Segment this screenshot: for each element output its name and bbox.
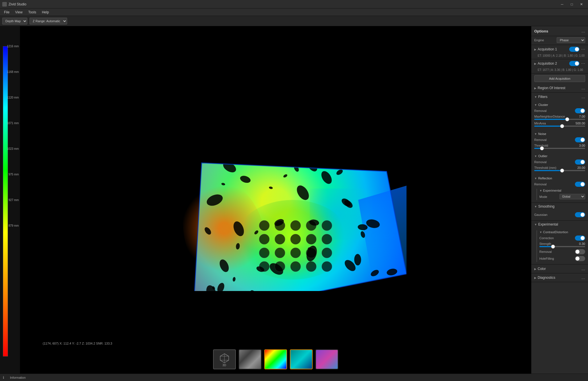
thumb-2-preview (265, 350, 286, 369)
strength-thumb[interactable] (551, 245, 555, 249)
outlier-threshold-label: Threshold (mm) (534, 166, 556, 169)
outlier-removal-toggle[interactable] (575, 159, 585, 165)
correction-row: Correction (539, 235, 585, 241)
diagnostics-more[interactable]: ... (581, 275, 585, 280)
contrast-distortion-sub: ▼ ContrastDistortion Correction (537, 230, 585, 262)
max-neighbor-track[interactable] (534, 119, 585, 120)
roi-chevron: ▶ (534, 87, 537, 90)
engine-select[interactable]: Phase Stripe Flash (557, 37, 585, 43)
minimize-button[interactable]: ─ (558, 1, 566, 7)
removal-toggle[interactable] (575, 249, 585, 254)
info-label: Information (10, 376, 26, 379)
outlier-removal-row: Removal (534, 159, 585, 165)
acq1-chevron: ▶ (534, 48, 537, 51)
color-header[interactable]: ▶ Color ... (531, 265, 588, 273)
noise-threshold-track[interactable] (534, 148, 585, 149)
exp-sub-chevron: ▼ (539, 189, 542, 192)
cluster-title: ▼ Cluster (534, 103, 548, 106)
options-more[interactable]: ... (581, 28, 585, 34)
outlier-threshold-track[interactable] (534, 170, 585, 171)
window-controls: ─ □ ✕ (558, 1, 586, 7)
hole-filling-label: HoleFilling (539, 257, 554, 260)
scale-label-4: 1023 mm (7, 147, 19, 150)
menu-view[interactable]: View (12, 10, 25, 15)
reflection-experimental-sub: ▼ Experimental Mode Global Local (537, 189, 585, 200)
color-title: ▶ Color (534, 267, 546, 271)
hole-filling-thumb (575, 257, 579, 261)
add-acquisition-button[interactable]: Add Acquisition (534, 75, 585, 82)
strength-label: Strength (539, 242, 551, 245)
viewport[interactable]: (1174, 607) X: 112.4 Y: -2.7 Z: 1034.2 S… (20, 26, 531, 374)
thumb-3d-button[interactable]: 3D (213, 349, 236, 369)
diagnostics-title: ▶ Diagnostics (534, 276, 555, 280)
experimental-section: ▼ Experimental ▼ ContrastDistortion Corr… (531, 221, 588, 265)
cluster-removal-track (575, 108, 585, 113)
menu-help[interactable]: Help (39, 10, 52, 15)
thumb-4-button[interactable] (315, 349, 338, 369)
smoothing-content: Gaussian (531, 210, 588, 220)
smoothing-header[interactable]: ▼ Smoothing (531, 203, 588, 210)
acq1-toggle-track (569, 47, 579, 52)
mode-label: Mode (539, 195, 547, 198)
reflection-removal-label: Removal (534, 183, 546, 186)
thumb-1-button[interactable] (239, 349, 261, 369)
roi-header[interactable]: ▶ Region Of Interest ... (531, 84, 588, 92)
acq2-more[interactable]: ⋯ (581, 61, 585, 66)
cluster-header[interactable]: ▼ Cluster (534, 102, 585, 107)
view-mode-select[interactable]: Depth Map Color 3D (2, 18, 27, 24)
hole-filling-toggle[interactable] (575, 256, 585, 261)
acq2-toggle[interactable] (569, 61, 579, 66)
filters-more[interactable]: ... (581, 94, 585, 99)
acq1-toggle[interactable] (569, 47, 579, 52)
diagnostics-header[interactable]: ▶ Diagnostics ... (531, 273, 588, 282)
diagnostics-chevron: ▶ (534, 276, 537, 279)
correction-toggle[interactable] (575, 235, 585, 241)
strength-track[interactable] (539, 246, 585, 247)
scale-label-1: 1168 mm (7, 70, 19, 73)
mode-select[interactable]: Global Local (560, 194, 585, 199)
3d-icon (219, 352, 230, 364)
cluster-removal-toggle[interactable] (575, 108, 585, 113)
z-range-select[interactable]: Z Range: Automatic Z Range: Manual (30, 18, 67, 24)
filters-header[interactable]: ▼ Filters ... (531, 93, 588, 101)
reflection-removal-toggle[interactable] (575, 182, 585, 187)
close-button[interactable]: ✕ (577, 1, 586, 7)
acquisition2-header[interactable]: ▶ Acquisition 2 ⋯ (531, 59, 588, 68)
experimental-header[interactable]: ▼ Experimental (531, 221, 588, 228)
scale-bar (3, 46, 8, 357)
acquisition1-header[interactable]: ▶ Acquisition 1 ⋯ (531, 45, 588, 54)
menu-file[interactable]: File (1, 10, 12, 15)
outlier-header[interactable]: ▼ Outlier (534, 153, 585, 159)
noise-content: ▼ Noise Removal Threshold 3.00 (531, 130, 588, 152)
min-area-label-row: MinArea 500.00 (534, 122, 585, 125)
max-neighbor-label: MaxNeighborDistance (534, 115, 565, 118)
min-area-label: MinArea (534, 122, 546, 125)
reflection-title: ▼ Reflection (534, 177, 552, 180)
thumb-2-button[interactable] (264, 349, 287, 369)
max-neighbor-thumb[interactable] (565, 117, 569, 121)
thumb-3-button[interactable] (290, 349, 313, 369)
strength-value: 0.30 (579, 242, 585, 245)
reflection-header[interactable]: ▼ Reflection (534, 176, 585, 181)
roi-more[interactable]: ... (581, 85, 585, 91)
min-area-thumb[interactable] (560, 124, 564, 128)
removal-track (575, 249, 585, 254)
outlier-chevron: ▼ (534, 155, 537, 158)
strength-slider-row: Strength 0.30 (539, 241, 585, 248)
noise-header[interactable]: ▼ Noise (534, 131, 585, 136)
outlier-threshold-thumb[interactable] (560, 169, 564, 173)
color-more[interactable]: ... (581, 266, 585, 271)
menu-tools[interactable]: Tools (25, 10, 39, 15)
left-panel: 1216 mm 1168 mm 1120 mm 1071 mm 1023 mm … (0, 26, 531, 374)
cluster-removal-row: Removal (534, 107, 585, 114)
noise-threshold-thumb[interactable] (540, 146, 544, 150)
maximize-button[interactable]: □ (568, 1, 576, 7)
acq1-more[interactable]: ⋯ (581, 47, 585, 52)
min-area-track[interactable] (534, 126, 585, 127)
outlier-threshold-label-row: Threshold (mm) 20.00 (534, 166, 585, 169)
z-display: Z: 1034.2 (82, 342, 95, 345)
max-neighbor-label-row: MaxNeighborDistance 7.00 (534, 115, 585, 118)
outlier-content: ▼ Outlier Removal Threshold (mm) (531, 152, 588, 175)
noise-removal-toggle[interactable] (575, 137, 585, 142)
gaussian-toggle[interactable] (575, 212, 585, 217)
